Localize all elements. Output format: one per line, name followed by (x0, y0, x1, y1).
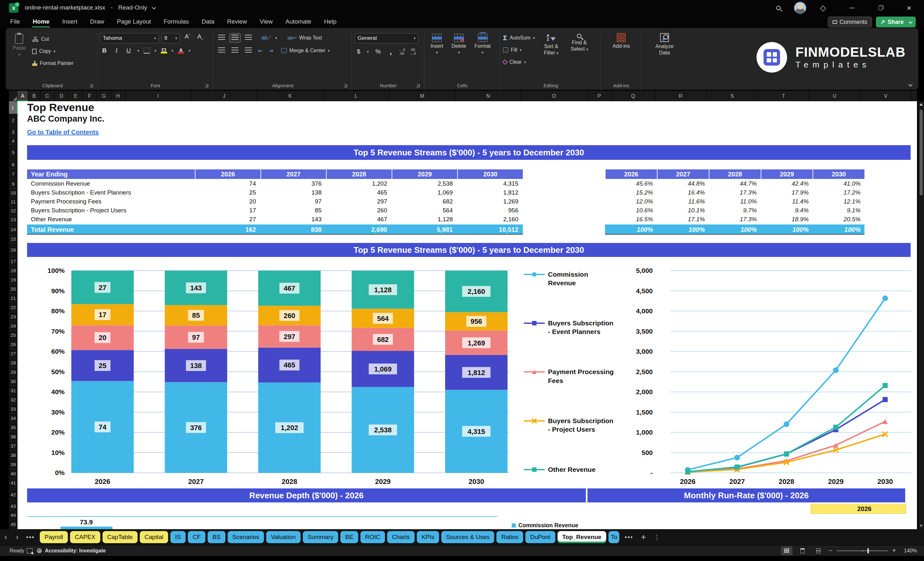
ribbon-tab-view[interactable]: View (254, 16, 279, 28)
chevron-down-icon[interactable] (152, 5, 156, 9)
macro-record-icon[interactable] (27, 548, 33, 554)
select-all-corner[interactable] (9, 91, 18, 101)
addins-button[interactable]: Add-ins (604, 31, 639, 50)
comments-button[interactable]: Comments (828, 16, 872, 27)
sheet-tab-bs[interactable]: BS (208, 531, 225, 543)
row-header-24[interactable]: 24 (9, 321, 18, 330)
row-header-15[interactable]: 15 (9, 235, 18, 243)
row-header-22[interactable]: 22 (9, 303, 18, 312)
increase-decimal-button[interactable]: ←.0.00 (399, 48, 405, 56)
scroll-up-arrow[interactable] (920, 103, 923, 106)
row-header-26[interactable]: 26 (9, 340, 18, 349)
sheet-tab-kpis[interactable]: KPIs (417, 531, 439, 543)
underline-button[interactable]: U (124, 47, 133, 54)
vertical-scrollbar[interactable] (918, 101, 924, 529)
ribbon-tab-insert[interactable]: Insert (56, 16, 84, 28)
row-header-31[interactable]: 31 (9, 386, 18, 395)
fill-color-button[interactable]: ⛾ (161, 48, 167, 54)
align-middle-button[interactable] (229, 33, 241, 43)
row-header-17[interactable]: 17 (9, 256, 18, 266)
tabs-more-left[interactable]: ••• (23, 534, 38, 541)
column-header-H[interactable]: H (111, 91, 125, 101)
tabs-more-right[interactable]: ••• (621, 534, 636, 541)
row-header-25[interactable]: 25 (9, 330, 18, 340)
clear-button[interactable]: Clear▾ (503, 57, 535, 67)
sheet-tab-roic[interactable]: ROIC (360, 531, 385, 543)
row-header-40[interactable]: 40 (9, 469, 18, 478)
alignment-dialog-launcher[interactable] (344, 84, 347, 87)
zoom-slider-thumb[interactable] (867, 548, 869, 554)
column-header-D[interactable]: D (54, 91, 69, 101)
row-header-13[interactable]: 13 (9, 215, 18, 224)
insert-cells-button[interactable]: Insert▾ (427, 33, 446, 56)
ribbon-tab-automate[interactable]: Automate (279, 16, 318, 28)
sort-filter-button[interactable]: AZ Sort &Filter ▾ (541, 31, 562, 67)
ribbon-tab-draw[interactable]: Draw (84, 16, 111, 28)
row-header-1[interactable]: 1 (9, 101, 18, 114)
column-header-Q[interactable]: Q (612, 91, 655, 101)
column-header-N[interactable]: N (455, 91, 521, 101)
collapse-ribbon-chevron[interactable] (908, 82, 912, 87)
align-center-button[interactable] (229, 46, 241, 56)
column-header-O[interactable]: O (521, 91, 587, 101)
row-header-39[interactable]: 39 (9, 460, 18, 469)
worksheet[interactable]: Top Revenue ABC Company Inc. Go to Table… (18, 101, 917, 529)
sheet-tab-ratios[interactable]: Ratios (496, 531, 523, 543)
toc-link[interactable]: Go to Table of Contents (27, 129, 99, 136)
align-bottom-button[interactable] (243, 33, 254, 43)
row-header-34[interactable]: 34 (9, 414, 18, 423)
row-header-23[interactable]: 23 (9, 312, 18, 321)
sheet-tab-valuation[interactable]: Valuation (266, 531, 301, 543)
orientation-button[interactable]: ab⟋ (259, 33, 273, 43)
normal-view-button[interactable] (781, 546, 792, 555)
sheet-tab-scenarios[interactable]: Scenarios (228, 531, 264, 543)
row-header-7[interactable]: 7 (9, 169, 18, 180)
borders-button[interactable] (144, 48, 150, 54)
column-header-C[interactable]: C (40, 91, 54, 101)
ribbon-tab-help[interactable]: Help (318, 16, 343, 28)
ribbon-tab-data[interactable]: Data (195, 16, 220, 28)
ribbon-tab-page-layout[interactable]: Page Layout (111, 16, 157, 28)
vertical-scroll-thumb[interactable] (920, 110, 923, 195)
avatar[interactable] (794, 2, 806, 14)
tabs-scroll-left[interactable]: ‹ (0, 532, 12, 542)
row-header-32[interactable]: 32 (9, 395, 18, 404)
column-header-B[interactable]: B (28, 91, 40, 101)
column-header-J[interactable]: J (191, 91, 257, 101)
sheet-tab-charts[interactable]: Charts (387, 531, 414, 543)
comma-style-button[interactable]: , (387, 47, 394, 56)
column-header-A[interactable]: A (18, 91, 28, 101)
column-header-P[interactable]: P (587, 91, 612, 101)
sheet-tab-is[interactable]: IS (170, 531, 186, 543)
italic-button[interactable]: I (113, 47, 120, 54)
sheet-tab-cf[interactable]: CF (188, 531, 206, 543)
analyze-data-button[interactable]: AnalyzeData (644, 31, 685, 57)
font-name-select[interactable]: Tahoma▾ (100, 33, 159, 43)
clipboard-dialog-launcher[interactable] (90, 84, 93, 87)
row-header-14[interactable]: 14 (9, 224, 18, 235)
search-icon[interactable] (773, 3, 784, 13)
accounting-format-button[interactable]: $ (355, 48, 363, 55)
row-header-18[interactable]: 18 (9, 266, 18, 275)
restore-button[interactable] (875, 3, 886, 13)
delete-cells-button[interactable]: Delete▾ (448, 33, 470, 56)
row-header-20[interactable]: 20 (9, 284, 18, 294)
row-header-21[interactable]: 21 (9, 294, 18, 303)
sheet-tab-dupont[interactable]: DuPont (525, 531, 555, 543)
column-header-K[interactable]: K (257, 91, 323, 101)
bold-button[interactable]: B (100, 47, 109, 54)
accessibility-status[interactable]: Accessibility: Investigate (45, 548, 106, 554)
share-button[interactable]: ↗Share (876, 16, 916, 27)
merge-center-button[interactable]: ↔Merge & Center▾ (281, 46, 330, 56)
row-header-28[interactable]: 28 (9, 358, 18, 368)
column-header-R[interactable]: R (655, 91, 706, 101)
row-header-42[interactable]: 42 (9, 488, 18, 502)
tab-options[interactable]: ⋮ (651, 533, 663, 541)
cut-button[interactable]: Cut (32, 34, 74, 44)
zoom-level[interactable]: 140% (900, 548, 917, 554)
new-sheet-button[interactable]: + (636, 532, 651, 542)
format-cells-button[interactable]: Format▾ (471, 33, 494, 56)
zoom-out-button[interactable]: − (829, 547, 832, 554)
row-header-30[interactable]: 30 (9, 376, 18, 386)
row-header-4[interactable]: 4 (9, 138, 18, 144)
